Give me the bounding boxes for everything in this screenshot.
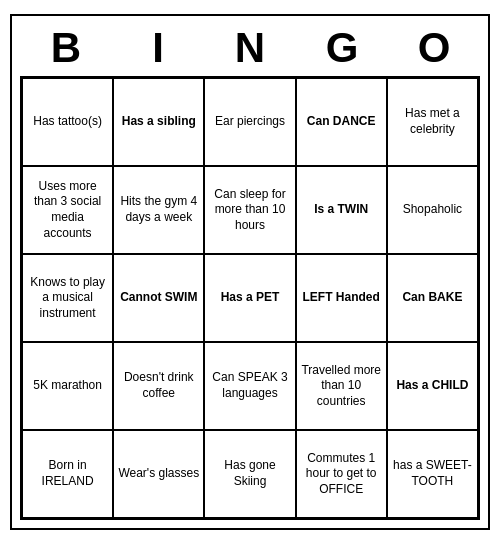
bingo-cell-23[interactable]: Commutes 1 hour to get to OFFICE [296, 430, 387, 518]
bingo-card: BINGO Has tattoo(s)Has a siblingEar pier… [10, 14, 490, 530]
bingo-cell-5[interactable]: Uses more than 3 social media accounts [22, 166, 113, 254]
bingo-cell-21[interactable]: Wear's glasses [113, 430, 204, 518]
bingo-cell-4[interactable]: Has met a celebrity [387, 78, 478, 166]
bingo-cell-11[interactable]: Cannot SWIM [113, 254, 204, 342]
header-letter-o: O [390, 24, 478, 72]
bingo-cell-19[interactable]: Has a CHILD [387, 342, 478, 430]
bingo-cell-18[interactable]: Travelled more than 10 countries [296, 342, 387, 430]
bingo-cell-7[interactable]: Can sleep for more than 10 hours [204, 166, 295, 254]
bingo-grid: Has tattoo(s)Has a siblingEar piercingsC… [20, 76, 480, 520]
bingo-cell-1[interactable]: Has a sibling [113, 78, 204, 166]
header-letter-n: N [206, 24, 294, 72]
bingo-cell-10[interactable]: Knows to play a musical instrument [22, 254, 113, 342]
header-letter-g: G [298, 24, 386, 72]
bingo-cell-24[interactable]: has a SWEET-TOOTH [387, 430, 478, 518]
bingo-cell-15[interactable]: 5K marathon [22, 342, 113, 430]
bingo-cell-16[interactable]: Doesn't drink coffee [113, 342, 204, 430]
header-letter-i: I [114, 24, 202, 72]
bingo-cell-12[interactable]: Has a PET [204, 254, 295, 342]
bingo-cell-13[interactable]: LEFT Handed [296, 254, 387, 342]
bingo-cell-20[interactable]: Born in IRELAND [22, 430, 113, 518]
bingo-cell-17[interactable]: Can SPEAK 3 languages [204, 342, 295, 430]
bingo-cell-8[interactable]: Is a TWIN [296, 166, 387, 254]
bingo-cell-3[interactable]: Can DANCE [296, 78, 387, 166]
bingo-cell-22[interactable]: Has gone Skiing [204, 430, 295, 518]
bingo-cell-2[interactable]: Ear piercings [204, 78, 295, 166]
bingo-header: BINGO [20, 24, 480, 72]
bingo-cell-14[interactable]: Can BAKE [387, 254, 478, 342]
bingo-cell-9[interactable]: Shopaholic [387, 166, 478, 254]
bingo-cell-6[interactable]: Hits the gym 4 days a week [113, 166, 204, 254]
header-letter-b: B [22, 24, 110, 72]
bingo-cell-0[interactable]: Has tattoo(s) [22, 78, 113, 166]
